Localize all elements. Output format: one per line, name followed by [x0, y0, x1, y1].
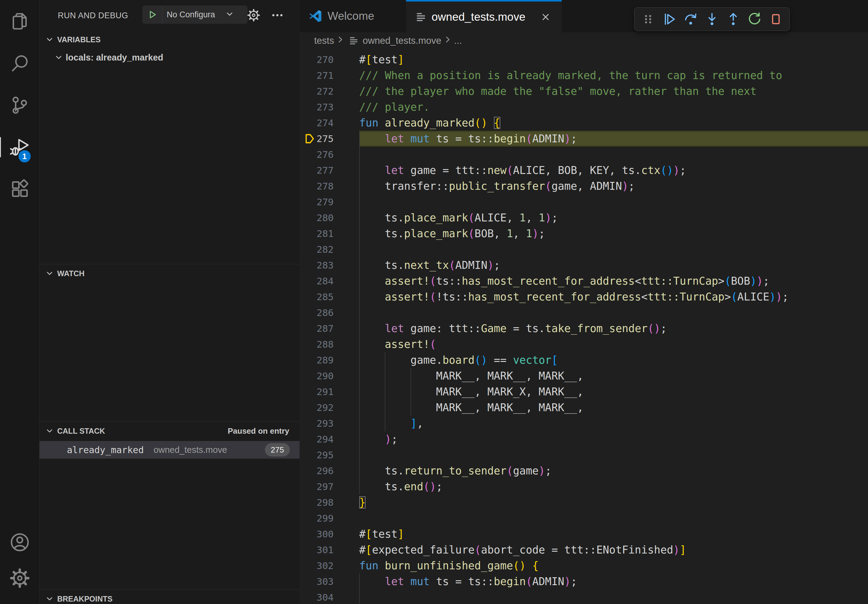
line-number[interactable]: 300	[299, 526, 359, 542]
line-number[interactable]: 303	[299, 574, 359, 589]
line-number[interactable]: 285	[299, 289, 359, 305]
line-number[interactable]: 304	[299, 589, 359, 604]
step-into-button[interactable]	[701, 10, 722, 29]
line-number[interactable]: 296	[299, 463, 359, 479]
code-line-text[interactable]: /// When a position is already marked, t…	[359, 68, 868, 83]
line-number[interactable]: 273	[299, 99, 359, 115]
breadcrumb-folder[interactable]: tests	[314, 35, 334, 46]
line-number[interactable]: 295	[299, 447, 359, 463]
code-line-text[interactable]: ts.place_mark(ALICE, 1, 1);	[359, 210, 868, 226]
code-line-text[interactable]: fun already_marked() {	[359, 115, 868, 131]
code-line-text[interactable]: #[test]	[359, 526, 868, 542]
run-and-debug-icon[interactable]: 1	[0, 137, 40, 157]
code-line-text[interactable]: assert!(!ts::has_most_recent_for_address…	[359, 289, 868, 305]
code-line-text[interactable]: #[expected_failure(abort_code = ttt::ENo…	[359, 542, 868, 558]
code-line-text[interactable]: let mut ts = ts::begin(ADMIN);	[359, 131, 868, 147]
line-number[interactable]: 283	[299, 257, 359, 273]
line-number[interactable]: 289	[299, 352, 359, 368]
code-line-text[interactable]: assert!(	[359, 336, 868, 352]
code-line-text[interactable]	[359, 305, 868, 321]
code-line-text[interactable]	[359, 194, 868, 210]
line-number[interactable]: 272	[299, 83, 359, 99]
line-number[interactable]: 271	[299, 68, 359, 83]
continue-button[interactable]	[659, 10, 680, 29]
line-number[interactable]: 301	[299, 542, 359, 558]
close-icon[interactable]	[539, 10, 553, 24]
tab-welcome[interactable]: Welcome	[299, 0, 406, 32]
watch-section-header[interactable]: WATCH	[40, 264, 299, 283]
line-number[interactable]: 290	[299, 368, 359, 384]
line-number[interactable]: 298	[299, 494, 359, 510]
line-number[interactable]: 280	[299, 210, 359, 226]
line-number[interactable]: 277	[299, 163, 359, 178]
line-number[interactable]: 284	[299, 273, 359, 289]
code-line-text[interactable]: MARK__, MARK__, MARK__,	[359, 368, 868, 384]
code-line-text[interactable]: transfer::public_transfer(game, ADMIN);	[359, 178, 868, 194]
launch-config-dropdown[interactable]: No Configura	[142, 5, 248, 24]
code-line-text[interactable]: MARK__, MARK_X, MARK__,	[359, 384, 868, 400]
code-line-text[interactable]: ],	[359, 415, 868, 431]
line-number[interactable]: 276	[299, 147, 359, 163]
debug-settings-gear-icon[interactable]	[246, 8, 261, 23]
line-number[interactable]: 275	[299, 131, 359, 147]
code-line-text[interactable]: ts.end();	[359, 479, 868, 494]
settings-icon[interactable]	[0, 568, 40, 588]
code-line-text[interactable]: let game = ttt::new(ALICE, BOB, KEY, ts.…	[359, 163, 868, 178]
code-line-text[interactable]: MARK__, MARK__, MARK__,	[359, 400, 868, 415]
breakpoints-section-header[interactable]: BREAKPOINTS	[40, 590, 299, 604]
tab-owned-tests-move[interactable]: owned_tests.move	[406, 0, 562, 32]
line-number[interactable]: 299	[299, 510, 359, 526]
extensions-icon[interactable]	[0, 179, 40, 199]
line-number[interactable]: 286	[299, 305, 359, 321]
code-line-text[interactable]: game.board() == vector[	[359, 352, 868, 368]
drag-handle-icon[interactable]	[637, 10, 659, 29]
code-line-text[interactable]: /// player.	[359, 99, 868, 115]
line-number[interactable]: 278	[299, 178, 359, 194]
accounts-icon[interactable]	[0, 532, 40, 552]
code-line-text[interactable]	[359, 242, 868, 257]
search-icon[interactable]	[0, 53, 40, 73]
line-number[interactable]: 293	[299, 415, 359, 431]
start-debug-button[interactable]	[142, 5, 163, 24]
code-line-text[interactable]: fun burn_unfinished_game() {	[359, 558, 868, 574]
restart-button[interactable]	[744, 10, 765, 29]
code-line-text[interactable]: assert!(ts::has_most_recent_for_address<…	[359, 273, 868, 289]
code-line-text[interactable]: /// the player who made the "false" move…	[359, 83, 868, 99]
code-line-text[interactable]: #[test]	[359, 52, 868, 68]
explorer-icon[interactable]	[0, 11, 40, 31]
stack-frame-row[interactable]: already_marked owned_tests.move 275	[40, 441, 299, 458]
step-over-button[interactable]	[680, 10, 701, 29]
line-number[interactable]: 270	[299, 52, 359, 68]
code-line-text[interactable]: );	[359, 431, 868, 447]
breadcrumb-file[interactable]: owned_tests.move	[363, 35, 441, 46]
code-line-text[interactable]: let game: ttt::Game = ts.take_from_sende…	[359, 321, 868, 336]
code-line-text[interactable]: ts.return_to_sender(game);	[359, 463, 868, 479]
line-number[interactable]: 281	[299, 226, 359, 242]
line-number[interactable]: 288	[299, 336, 359, 352]
call-stack-section-header[interactable]: CALL STACK Paused on entry	[40, 422, 299, 440]
variables-scope-locals[interactable]: locals: already_marked	[40, 49, 299, 66]
line-number[interactable]: 294	[299, 431, 359, 447]
code-line-text[interactable]	[359, 510, 868, 526]
line-number[interactable]: 274	[299, 115, 359, 131]
code-line-text[interactable]	[359, 447, 868, 463]
line-number[interactable]: 292	[299, 400, 359, 415]
line-number[interactable]: 279	[299, 194, 359, 210]
code-line-text[interactable]	[359, 589, 868, 604]
code-line-text[interactable]: }	[359, 494, 868, 510]
line-number[interactable]: 297	[299, 479, 359, 494]
step-out-button[interactable]	[722, 10, 744, 29]
breadcrumb-symbol[interactable]: ...	[454, 35, 462, 46]
variables-section-header[interactable]: VARIABLES	[40, 30, 299, 49]
code-line-text[interactable]: ts.next_tx(ADMIN);	[359, 257, 868, 273]
code-line-text[interactable]	[359, 147, 868, 163]
line-number[interactable]: 302	[299, 558, 359, 574]
stop-button[interactable]	[765, 10, 786, 29]
source-control-icon[interactable]	[0, 95, 40, 115]
more-actions-icon[interactable]	[270, 8, 285, 23]
code-editor[interactable]: 270#[test]271/// When a position is alre…	[299, 49, 868, 604]
line-number[interactable]: 287	[299, 321, 359, 336]
code-line-text[interactable]: let mut ts = ts::begin(ADMIN);	[359, 574, 868, 589]
line-number[interactable]: 282	[299, 242, 359, 257]
line-number[interactable]: 291	[299, 384, 359, 400]
